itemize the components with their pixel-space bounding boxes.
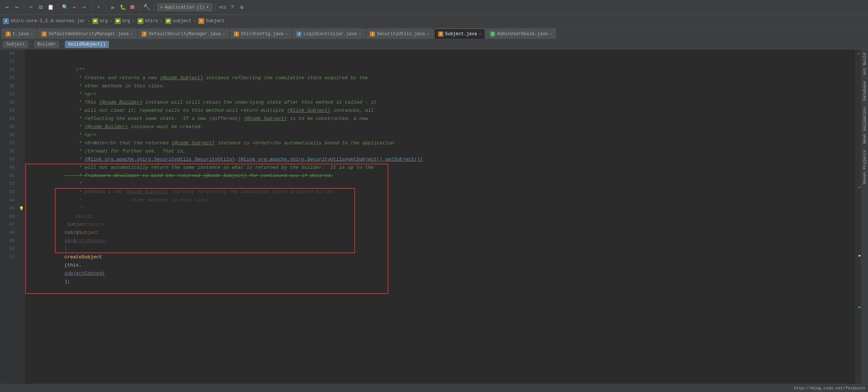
code-field2: subjectContext — [64, 271, 105, 276]
warn-stripe-1 — [858, 255, 861, 257]
ln-35: 35 — [0, 123, 14, 131]
ln-40: 40 — [0, 164, 14, 172]
ln-46: 46 — [0, 212, 14, 221]
undo-icon[interactable]: ↩ — [3, 3, 11, 11]
chip-sep2: › — [61, 42, 63, 47]
tab-close[interactable]: ✕ — [479, 32, 481, 36]
copy-icon[interactable]: ⧉ — [37, 3, 45, 11]
g-38 — [18, 147, 25, 155]
line-41: * — [30, 172, 855, 180]
breadcrumb-shiro[interactable]: 📁 shiro — [138, 18, 158, 24]
sep-5 — [139, 4, 140, 11]
build-icon[interactable]: 🔨 — [143, 3, 151, 11]
breadcrumb-org[interactable]: 📁 org — [92, 18, 108, 24]
ln-26: 26 — [0, 50, 14, 58]
line-35: * <p/> — [30, 123, 855, 131]
debug-icon[interactable]: 🐛 — [119, 3, 127, 11]
ln-51: 51 — [0, 253, 14, 261]
tab-close[interactable]: ✕ — [427, 32, 429, 36]
sep-6 — [154, 4, 154, 11]
tab-admin-realm[interactable]: J AdminUserRealm.java ✕ — [486, 29, 556, 39]
breadcrumb-class[interactable]: C Subject — [198, 18, 224, 24]
line-28: * Creates and returns a new {@code Subje… — [30, 66, 855, 74]
maven-projects-panel[interactable]: Maven Projects — [862, 147, 868, 187]
class-icon: C — [198, 18, 204, 24]
ln-39: 39 — [0, 155, 14, 164]
tab-login-controller[interactable]: J LoginController.java ✕ — [292, 29, 365, 39]
structure-icon[interactable]: ⚡ — [95, 3, 103, 11]
tab-t-java[interactable]: J t.java ✕ — [1, 29, 37, 39]
run-icon[interactable]: ▶ — [109, 3, 117, 11]
tab-close[interactable]: ✕ — [30, 32, 33, 36]
search-icon[interactable]: 🔍 — [61, 3, 69, 11]
ln-31: 31 — [0, 90, 14, 98]
ln-49: 49 — [0, 237, 14, 245]
tab-shiro-config[interactable]: J ShiroConfig.java ✕ — [230, 29, 292, 39]
line-33: * reflecting the exact same state. If a … — [30, 107, 855, 115]
class-chip[interactable]: Subject — [3, 41, 28, 48]
breadcrumb-org-label: org — [100, 19, 108, 24]
help-icon[interactable]: ? — [228, 3, 236, 11]
builder-chip[interactable]: Builder — [34, 41, 59, 48]
build-subject-chip[interactable]: buildSubject() — [65, 41, 109, 48]
line-29: * other methods in this class. — [30, 74, 855, 82]
breadcrumb-jar-label: shiro-core-1.2.4-sources.jar — [10, 19, 85, 24]
back-icon[interactable]: ⇐ — [70, 3, 79, 11]
g-50 — [18, 245, 25, 253]
cut-icon[interactable]: ✂ — [27, 3, 35, 11]
sep3: ▸ — [132, 18, 135, 24]
sep: ▸ — [87, 18, 90, 24]
line-27: /** — [30, 58, 855, 66]
line-34: * {@code Builder} instance must be creat… — [30, 115, 855, 123]
ln-45: 45 — [0, 204, 14, 212]
apache-icon: 📁 — [115, 18, 121, 24]
g-32 — [18, 98, 25, 107]
ln-34: 34 — [0, 115, 14, 123]
paste-icon[interactable]: 📋 — [46, 3, 54, 11]
line-48 — [30, 229, 855, 237]
line-40: * framework developer to bind the return… — [30, 164, 855, 172]
tab-close[interactable]: ✕ — [359, 32, 361, 36]
application-button[interactable]: ▶ Application (1) ▾ — [157, 3, 212, 11]
tab-close[interactable]: ✕ — [550, 32, 552, 36]
ant-build-panel[interactable]: Ant Build — [862, 50, 868, 78]
ln-27: 27 — [0, 58, 14, 66]
tab-default-sec[interactable]: J DefaultSecurityManager.java ✕ — [138, 29, 229, 39]
method-bar: Subject › Builder › buildSubject() — [0, 39, 868, 50]
tab-icon: J — [490, 31, 495, 37]
settings-icon[interactable]: ⚙ — [238, 3, 246, 11]
ln-29: 29 — [0, 74, 14, 82]
vcs-icon[interactable]: VCS — [219, 3, 227, 11]
line-49: } — [30, 237, 855, 245]
breadcrumb-apache[interactable]: 📁 org — [115, 18, 130, 24]
code-content[interactable]: /** * Creates and returns a new {@code S… — [25, 50, 855, 392]
ln-43: 43 — [0, 188, 14, 196]
line-51 — [30, 253, 855, 261]
stop-icon[interactable]: ⏹ — [128, 3, 136, 11]
g-51 — [18, 253, 25, 261]
g-26 — [18, 50, 25, 58]
breadcrumb-subject[interactable]: 📁 subject — [165, 18, 191, 24]
redo-icon[interactable]: ↪ — [13, 3, 21, 11]
g-45[interactable]: 💡 — [18, 204, 25, 212]
tab-default-web[interactable]: J DefaultWebSecurityManager.java ✕ — [37, 29, 137, 39]
breadcrumb-class-label: Subject — [206, 19, 224, 24]
line-32: * will not clear it; repeated calls to t… — [30, 98, 855, 107]
main-area: 26 27 28 29 30 31 32 33 34 35 36 37 38 3… — [0, 50, 868, 392]
sep4: ▸ — [160, 18, 163, 24]
breadcrumb-jar[interactable]: J shiro-core-1.2.4-sources.jar — [3, 18, 85, 24]
ln-47: 47 — [0, 221, 14, 229]
tab-subject-java[interactable]: J Subject.java ✕ — [434, 29, 485, 39]
database-panel[interactable]: Database — [862, 78, 868, 104]
forward-icon[interactable]: ⇒ — [80, 3, 88, 11]
chip-sep: › — [30, 42, 32, 47]
right-margin-scrollbar[interactable]: ✓ — [855, 50, 861, 392]
tab-close[interactable]: ✕ — [285, 32, 288, 36]
line-31: * This {@code Builder} instance will sti… — [30, 90, 855, 98]
g-46 — [18, 212, 25, 221]
tab-close[interactable]: ✕ — [223, 32, 225, 36]
tab-label: Subject.java — [445, 31, 477, 37]
tab-security-utils[interactable]: J SecurityUtils.java ✕ — [366, 29, 433, 39]
tab-close[interactable]: ✕ — [130, 32, 133, 36]
bean-validation-panel[interactable]: Bean Validation — [862, 104, 868, 147]
